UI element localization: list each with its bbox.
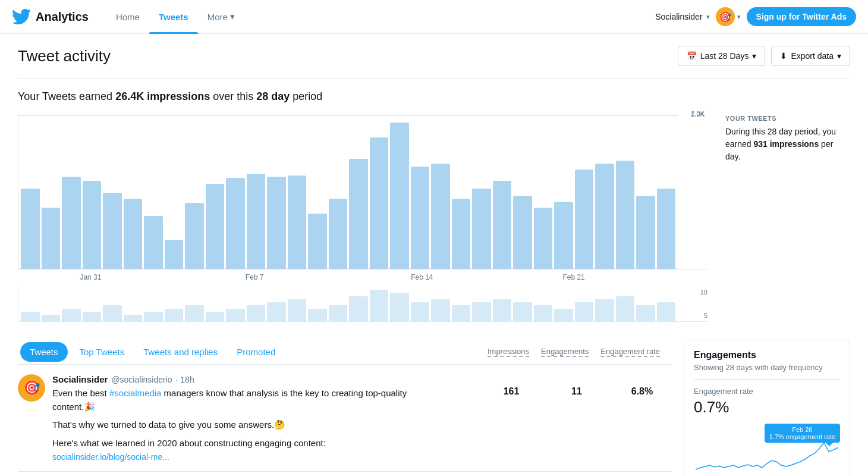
nav-more[interactable]: More ▾ (198, 0, 244, 34)
impressions-summary: Your Tweets earned 26.4K impressions ove… (18, 90, 850, 103)
bar (124, 199, 143, 269)
bar (534, 208, 553, 269)
mini-bar (267, 302, 286, 321)
account-selector[interactable]: Socialinsider ▾ (655, 12, 709, 21)
main-bars-wrapper (18, 115, 678, 269)
signup-button[interactable]: Sign up for Twitter Ads (747, 7, 856, 26)
mini-bar (62, 309, 81, 321)
mini-bar (165, 309, 184, 321)
mini-bar (616, 296, 635, 321)
x-label-jan31: Jan 31 (80, 273, 101, 281)
tab-tweets[interactable]: Tweets (20, 342, 68, 362)
x-label-feb7: Feb 7 (246, 273, 264, 281)
tweet-author-handle: @socialinsiderio (111, 375, 172, 384)
tweet-content: Socialinsider @socialinsiderio · 18h Eve… (52, 374, 439, 462)
nav-home[interactable]: Home (106, 0, 149, 34)
avatar-section[interactable]: 🎯 ▾ (716, 7, 741, 26)
navbar-right: Socialinsider ▾ 🎯 ▾ Sign up for Twitter … (655, 7, 856, 26)
brand: Analytics (12, 7, 89, 26)
export-button[interactable]: ⬇ Export data ▾ (771, 46, 850, 66)
mini-bar (226, 309, 245, 321)
bar (411, 167, 430, 269)
right-panel: Engagements Showing 28 days with daily f… (684, 340, 850, 476)
col-engagement-rate[interactable]: Engagement rate (600, 347, 660, 357)
avatar-chevron-icon: ▾ (737, 13, 741, 21)
tab-promoted[interactable]: Promoted (227, 340, 285, 364)
bar (349, 159, 368, 269)
tweet-hashtag[interactable]: #socialmedia (109, 388, 162, 398)
bar (431, 164, 450, 269)
tweet-author-line: Socialinsider @socialinsiderio · 18h (52, 374, 439, 384)
mini-bar (554, 309, 573, 321)
tweet-time: · 18h (176, 375, 194, 384)
bar (657, 189, 676, 269)
tweet-list: Tweets Top Tweets Tweets and replies Pro… (18, 340, 672, 476)
bar (144, 216, 163, 269)
bar (636, 196, 655, 269)
twitter-bird-icon (12, 7, 31, 26)
stat-engagement-rate: 6.8% (612, 386, 672, 397)
bar (103, 193, 122, 269)
bar (247, 174, 266, 269)
x-label-feb14: Feb 14 (411, 273, 433, 281)
tweet-text-2: That's why we turned to data to give you… (52, 418, 439, 432)
bar (185, 203, 204, 269)
mini-bar (575, 302, 594, 321)
mini-bar (390, 293, 409, 321)
bar (308, 214, 327, 269)
bar (370, 137, 389, 269)
mini-bar (42, 315, 61, 321)
engagements-subtitle: Showing 28 days with daily frequency (694, 363, 840, 380)
mini-bar (431, 299, 450, 321)
col-engagements[interactable]: Engagements (541, 347, 589, 357)
mini-bar (144, 312, 163, 321)
tweet-section: Tweets Top Tweets Tweets and replies Pro… (18, 340, 850, 476)
download-icon: ⬇ (780, 51, 787, 61)
mini-bar (103, 305, 122, 321)
sidebar-title: YOUR TWEETS (725, 115, 850, 122)
bar (267, 177, 286, 269)
sparkline-tooltip: Feb 26 1.7% engagement rate (765, 424, 840, 443)
page-title: Tweet activity (18, 47, 111, 65)
mini-bar (185, 305, 204, 321)
tab-top-tweets[interactable]: Top Tweets (70, 340, 134, 364)
tweet-url[interactable]: socialinsider.io/blog/social-me... (52, 452, 439, 462)
chevron-icon: ▾ (752, 51, 756, 61)
mini-bar (534, 305, 553, 321)
mini-label-bot: 5 (704, 312, 707, 319)
tweet-stats: 161 11 6.8% (446, 374, 672, 462)
mini-bar (595, 299, 614, 321)
date-filter-button[interactable]: 📅 Last 28 Days ▾ (678, 46, 766, 66)
chevron-down-icon: ▾ (230, 11, 235, 22)
chevron-icon: ▾ (837, 51, 841, 61)
col-impressions[interactable]: Impressions (488, 347, 529, 357)
nav-tweets[interactable]: Tweets (149, 0, 198, 34)
mini-bar (21, 312, 40, 321)
brand-title: Analytics (36, 10, 89, 24)
sparkline-container: Feb 26 1.7% engagement rate (694, 421, 840, 476)
x-axis-labels: Jan 31 Feb 7 Feb 14 Feb 21 (18, 270, 707, 284)
mini-bar (472, 302, 491, 321)
mini-label-top: 10 (700, 289, 707, 296)
bar (472, 189, 491, 269)
bar (165, 240, 184, 269)
bar (616, 161, 635, 269)
mini-bar (124, 315, 143, 321)
nav-links: Home Tweets More ▾ (106, 0, 655, 34)
mini-bar (247, 305, 266, 321)
header-actions: 📅 Last 28 Days ▾ ⬇ Export data ▾ (678, 46, 850, 66)
bar (493, 181, 512, 269)
main-chart: 2.0K 1.0K (18, 115, 707, 270)
bar (554, 202, 573, 269)
main-content: Tweet activity 📅 Last 28 Days ▾ ⬇ Export… (0, 34, 868, 476)
stat-engagements: 11 (547, 386, 606, 397)
mini-bar (513, 302, 532, 321)
tab-tweets-replies[interactable]: Tweets and replies (134, 340, 227, 364)
tweet-text-3: Here's what we learned in 2020 about con… (52, 437, 439, 450)
chart-section: 2.0K 1.0K Jan 31 Feb 7 Feb 14 Feb 21 (18, 115, 850, 322)
bar (21, 189, 40, 269)
page-header: Tweet activity 📅 Last 28 Days ▾ ⬇ Export… (18, 46, 850, 79)
stat-impressions: 161 (482, 386, 541, 397)
mini-bar (206, 312, 225, 321)
engagement-rate-label: Engagement rate (694, 387, 840, 396)
